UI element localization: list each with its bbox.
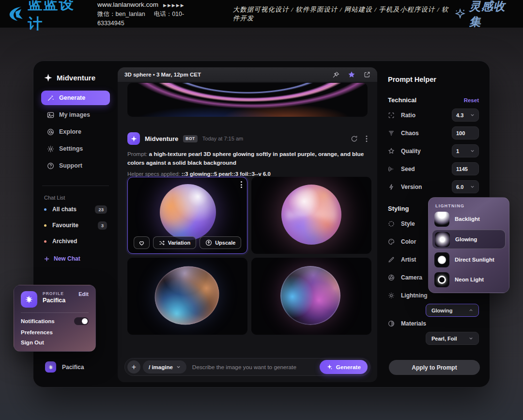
sidebar-user[interactable]: Pacifica [45, 361, 84, 373]
glass-sphere-image [148, 260, 225, 332]
edit-profile-button[interactable]: Edit [78, 291, 89, 297]
bot-name: Midventure [145, 135, 178, 142]
option-backlight[interactable]: Backlight [432, 210, 506, 228]
sun-icon [388, 292, 395, 299]
chaos-input[interactable]: 100 [452, 126, 479, 140]
panel-title: Prompt Helper [388, 76, 479, 83]
styling-row-materials: Materials [388, 317, 479, 330]
chat-filter-all-chats[interactable]: All chats 23 [41, 202, 110, 217]
add-attachment-button[interactable]: + [127, 360, 140, 373]
command-label: / imagine [149, 364, 173, 370]
glowing-thumbnail [435, 232, 450, 247]
bubble-sphere-image [280, 266, 340, 325]
generated-images-grid: Variation Upscale [127, 177, 371, 335]
image-icon [47, 111, 54, 119]
profile-avatar [21, 291, 37, 308]
sidebar-item-support[interactable]: Support [41, 158, 110, 173]
backlight-thumbnail [434, 212, 449, 227]
seed-input[interactable]: 1145 [452, 162, 479, 175]
reset-button[interactable]: Reset [464, 97, 479, 103]
sidebar-item-explore[interactable]: Explore [41, 124, 110, 139]
previous-generation-image[interactable] [127, 83, 368, 117]
neon-light-thumbnail [434, 272, 449, 287]
plus-icon [44, 256, 49, 262]
profile-name: Pacifica [43, 297, 65, 304]
lanlan-logo: 蓝蓝设计 [8, 0, 86, 34]
favourite-button[interactable] [134, 236, 150, 249]
version-value: 6.0 [456, 184, 463, 190]
generated-image-3[interactable] [127, 258, 247, 335]
gear-icon [47, 145, 54, 153]
lightning-select[interactable]: Glowing [426, 304, 479, 317]
command-selector[interactable]: / imagine [143, 360, 186, 373]
lightning-value: Glowing [431, 308, 452, 313]
profile-popup: PROFILE Pacifica Edit Notifications Pref… [14, 285, 96, 352]
favourite-star-icon[interactable] [348, 71, 355, 78]
materials-value: Pearl, Foil [431, 336, 457, 342]
open-external-icon[interactable] [364, 71, 370, 78]
app-brand: Midventure [41, 74, 110, 82]
chat-filter-favourite[interactable]: Favourite 3 [41, 218, 110, 233]
chat-filter-label: Favourite [52, 222, 78, 229]
sparkle-star-icon [454, 8, 466, 20]
new-chat-button[interactable]: New Chat [41, 251, 110, 266]
generated-image-2[interactable] [251, 177, 371, 254]
bot-badge: BOT [183, 135, 197, 142]
option-neon-light[interactable]: Neon Light [432, 270, 506, 289]
site-contact: www.lanlanwork.com▶▶▶▶▶ 微信：ben_lanlan电话：… [97, 0, 204, 28]
option-direct-sunlight[interactable]: Direct Sunlight [432, 250, 506, 269]
sparkle-icon [326, 364, 333, 370]
version-select[interactable]: 6.0 [452, 180, 479, 193]
inspiration-collect: 灵感收集 [454, 0, 514, 30]
sidebar-item-my-images[interactable]: My images [41, 108, 110, 122]
heart-icon [138, 240, 145, 246]
notifications-label: Notifications [21, 318, 55, 324]
setting-label: Seed [401, 166, 415, 172]
upscale-button[interactable]: Upscale [200, 236, 241, 249]
chevron-down-icon [470, 185, 475, 189]
sidebar-item-settings[interactable]: Settings [41, 141, 110, 156]
apply-to-prompt-button[interactable]: Apply to Prompt [389, 360, 480, 375]
style-icon [388, 220, 395, 227]
lanlan-logo-text: 蓝蓝设计 [28, 0, 86, 34]
chat-topbar: 3D sphere • 3 Mar, 12pm CET [118, 67, 377, 82]
collect-label: 灵感收集 [469, 0, 514, 30]
sign-out-item[interactable]: Sign Out [21, 340, 89, 345]
prompt-input[interactable] [192, 364, 320, 371]
setting-label: Chaos [401, 130, 419, 137]
new-chat-label: New Chat [54, 255, 80, 262]
regenerate-icon[interactable] [351, 135, 358, 142]
lightning-dropdown: LIGHTNING Backlight Glowing Direct Sunli… [428, 197, 509, 293]
profile-label: PROFILE [43, 291, 65, 296]
pearl-sphere-image [160, 184, 216, 240]
lanlan-logo-icon [8, 5, 24, 23]
setting-label: Version [401, 184, 422, 190]
preferences-item[interactable]: Preferences [21, 329, 89, 335]
quality-value: 1 [456, 148, 459, 154]
image-menu-icon[interactable] [241, 181, 242, 188]
materials-select[interactable]: Pearl, Foil [426, 332, 479, 345]
generated-image-1[interactable]: Variation Upscale [127, 177, 247, 254]
site-services: 大数据可视化设计 / 软件界面设计 / 网站建设 / 手机及小程序设计 / 软件… [233, 5, 455, 23]
pin-icon[interactable] [332, 71, 339, 78]
option-glowing[interactable]: Glowing [432, 230, 506, 249]
notifications-toggle[interactable] [74, 317, 89, 325]
sidebar-item-label: My images [59, 111, 90, 118]
arrows-decoration: ▶▶▶▶▶ [163, 3, 185, 8]
avatar [45, 361, 56, 373]
variation-button[interactable]: Variation [153, 236, 196, 249]
styling-label: Style [401, 220, 415, 227]
chat-filter-archived[interactable]: Archived [41, 234, 110, 249]
sidebar-item-label: Support [59, 162, 82, 169]
generate-button[interactable]: Generate [320, 360, 368, 374]
shuffle-icon [159, 240, 165, 246]
star-burst-icon [48, 364, 54, 370]
chat-filter-label: Archived [52, 238, 77, 245]
message-menu-icon[interactable] [366, 135, 368, 142]
bot-message-header: Midventure BOT Today at 7:15 am [127, 132, 368, 145]
sidebar-item-generate[interactable]: Generate [41, 91, 110, 105]
generated-image-4[interactable] [251, 258, 371, 335]
quality-select[interactable]: 1 [452, 144, 479, 157]
ratio-select[interactable]: 4.3 [452, 109, 479, 122]
chat-panel: 3D sphere • 3 Mar, 12pm CET [118, 67, 377, 382]
